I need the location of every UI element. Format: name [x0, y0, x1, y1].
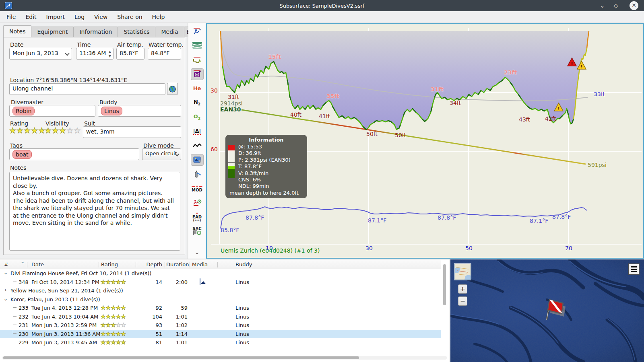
star-filled-icon: ★: [101, 313, 106, 320]
dive-row[interactable]: 348 Fri Oct 10, 2014 12:34 PM ★★★★★ 14 2…: [0, 278, 441, 287]
dive-mode-label: Dive mode: [143, 142, 174, 149]
time-field[interactable]: 11:36 AM ▲▼: [76, 48, 114, 60]
col-number[interactable]: #: [4, 261, 8, 267]
col-buddy[interactable]: Buddy: [235, 261, 252, 267]
spinner-up-down-icon[interactable]: ▲▼: [109, 49, 111, 58]
dc-ceiling-button[interactable]: [191, 25, 204, 37]
warning-icon: !: [557, 106, 559, 111]
dive-list-horizontal-scrollbar[interactable]: [3, 356, 359, 359]
dive-list-vertical-scrollbar[interactable]: [443, 264, 446, 305]
dive-row[interactable]: 232 Tue Jun 4, 2013 10:04 AM ★★★★★ 104 1…: [0, 313, 441, 321]
tab-statistics[interactable]: Statistics: [118, 27, 155, 37]
menu-file[interactable]: File: [2, 11, 21, 23]
map-zoom-out-button[interactable]: −: [458, 296, 467, 306]
col-depth[interactable]: Depth: [135, 261, 162, 267]
menu-view[interactable]: View: [89, 11, 112, 23]
dive-profile-chart[interactable]: ! ! ! 30 60 10 30 50 70 31ft 2914psi EAN…: [206, 23, 644, 259]
water-temp-field[interactable]: 84.8°F: [148, 48, 181, 60]
divemaster-field[interactable]: Robin: [9, 105, 95, 117]
menu-share-on[interactable]: Share on: [112, 11, 147, 23]
calculated-ceiling-button[interactable]: [191, 40, 204, 51]
time-tick-30: 30: [365, 245, 373, 251]
toggle-he-button[interactable]: He: [191, 82, 204, 94]
dive-date: Mon Jun 3, 2013 9:45 AM: [31, 339, 97, 346]
max-depth-label: 50ft: [366, 131, 378, 137]
dive-row[interactable]: 233 Tue Jun 4, 2013 12:28 PM ★★★★★ 92 59…: [0, 304, 441, 313]
menu-edit[interactable]: Edit: [21, 11, 41, 23]
buddy-field[interactable]: Linus: [98, 105, 181, 117]
map-overview-thumbnail[interactable]: [454, 264, 471, 280]
toggle-sac-button[interactable]: SAC: [191, 225, 204, 237]
dive-trip-row[interactable]: ⌄ Koror, Palau, Jun 2013 (11 dive(s)): [0, 295, 441, 304]
map-zoom-in-button[interactable]: +: [458, 284, 467, 294]
tooltip-line: D: 36.9ft: [238, 150, 304, 156]
dive-mode-select[interactable]: Open circuit: [142, 148, 181, 160]
tags-field[interactable]: boat: [9, 148, 139, 160]
globe-button[interactable]: [167, 83, 178, 95]
gas-change-button[interactable]: [191, 168, 204, 180]
window-title: Subsurface: SampleDivesV2.ssrf: [0, 3, 644, 9]
media-photo-icon[interactable]: [200, 278, 200, 285]
tag-chip[interactable]: boat: [12, 150, 32, 159]
temp-label: 87.8°F: [552, 214, 571, 220]
minimize-button[interactable]: ⌄: [597, 1, 607, 10]
date-value: Mon Jun 3, 2013: [12, 50, 58, 56]
sort-ascending-icon[interactable]: ^: [21, 261, 24, 266]
tooltip-line: CNS: 6%: [238, 177, 304, 183]
temp-label: 85.8°F: [221, 227, 239, 233]
divemaster-chip[interactable]: Robin: [12, 107, 35, 115]
star-empty-icon: ★: [74, 126, 81, 135]
toggle-tissues-button[interactable]: |Δ|: [191, 125, 204, 137]
menu-log[interactable]: Log: [70, 11, 89, 23]
dive-row[interactable]: 229 Mon Jun 3, 2013 9:45 AM ★★★★★ 81 1:0…: [0, 338, 441, 347]
heartrate-toggle-button[interactable]: [191, 68, 204, 80]
toggle-ead-button[interactable]: ＋EAD(•••): [191, 211, 204, 223]
tab-equipment[interactable]: Equipment: [31, 27, 74, 37]
location-field[interactable]: Ulong channel: [9, 83, 165, 95]
heartbeat-graph-button[interactable]: [191, 140, 204, 151]
tab-notes[interactable]: Notes: [3, 25, 31, 37]
map-panel[interactable]: + −: [450, 259, 644, 362]
tree-elbow-icon: [13, 278, 17, 282]
tree-expand-icon[interactable]: ⌄: [3, 296, 8, 302]
dive-row[interactable]: 230 Mon Jun 3, 2013 11:36 AM ★★★★★ 51 1:…: [0, 330, 441, 339]
collapse-toolbar-icon[interactable]: ⌄: [194, 249, 200, 256]
menu-help[interactable]: Help: [147, 11, 170, 23]
air-temp-field[interactable]: 85.8°F: [116, 48, 144, 60]
rating-stars[interactable]: ★★★★★: [9, 126, 45, 135]
col-date[interactable]: Date: [31, 261, 44, 267]
tab-information[interactable]: Information: [73, 27, 118, 37]
col-rating[interactable]: Rating: [101, 261, 118, 267]
tree-expand-icon[interactable]: ⌄: [3, 270, 8, 276]
chevron-down-icon[interactable]: [65, 51, 69, 56]
star-filled-icon: ★: [111, 313, 116, 320]
ead-label: EAD: [192, 215, 202, 219]
dive-rating-stars: ★★★★★: [101, 279, 126, 285]
suit-field[interactable]: wet, 3mm: [83, 126, 181, 138]
dive-trip-row[interactable]: ⌄ Divi Flamingo House Reef, Fri Oct 10, …: [0, 269, 441, 278]
incremental-deco-button[interactable]: [191, 54, 204, 66]
visibility-stars[interactable]: ★★★★★: [45, 126, 81, 135]
tree-expand-icon[interactable]: ›: [3, 287, 8, 293]
toggle-mod-button[interactable]: —＋—MOD: [191, 183, 204, 194]
toggle-n2-button[interactable]: N2: [191, 97, 204, 109]
tooltip-line: V: 8.3ft/min: [238, 170, 304, 177]
buddy-chip[interactable]: Linus: [101, 107, 122, 115]
star-filled-icon: ★: [9, 126, 17, 135]
col-duration[interactable]: Duration: [166, 261, 189, 267]
menu-import[interactable]: Import: [41, 11, 70, 23]
depth-tick-60: 60: [211, 146, 218, 152]
toggle-ndl-button[interactable]: [191, 197, 204, 208]
dive-trip-row[interactable]: › Yellow House, Sun Sep 21, 2014 (1 dive…: [0, 286, 441, 295]
notes-textarea[interactable]: Unbelievable dive. Dozens and dozens of …: [9, 172, 180, 251]
tab-media[interactable]: Media: [155, 27, 184, 37]
maximize-button[interactable]: ◇: [611, 1, 621, 10]
dive-row[interactable]: 231 Mon Jun 3, 2013 2:59 PM ★★★★★ 93 1:0…: [0, 321, 441, 330]
map-menu-button[interactable]: [628, 263, 640, 275]
col-media[interactable]: Media: [192, 261, 208, 267]
show-photos-button[interactable]: [191, 154, 204, 166]
toggle-o2-button[interactable]: O2: [191, 111, 204, 123]
star-filled-icon: ★: [116, 331, 121, 337]
close-button[interactable]: ✕: [630, 1, 638, 10]
date-field[interactable]: Mon Jun 3, 2013: [9, 48, 72, 60]
